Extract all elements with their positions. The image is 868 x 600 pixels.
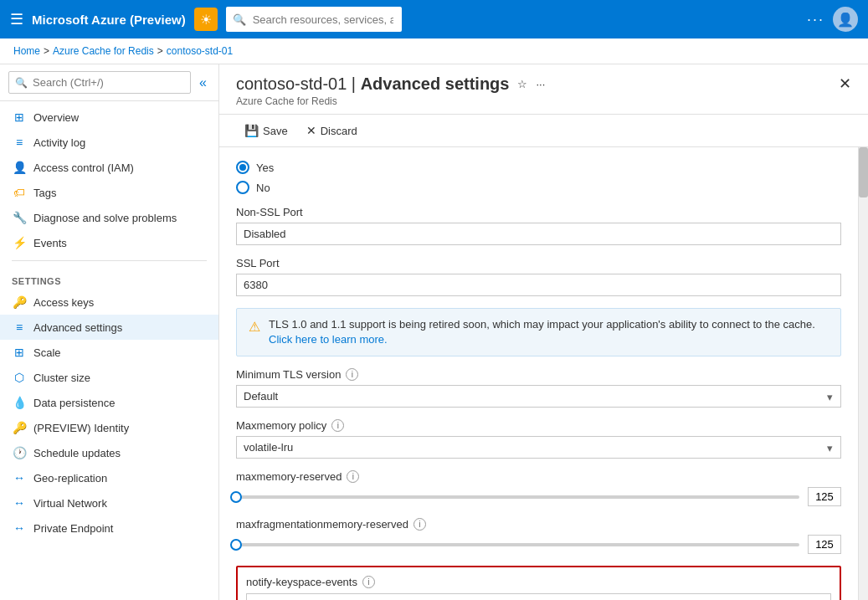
ssl-port-label: SSL Port: [236, 257, 841, 269]
sidebar-item-label: Activity log: [33, 136, 85, 149]
sidebar-item-virtual-network[interactable]: ↔ Virtual Network: [0, 490, 218, 515]
data-persistence-icon: 💧: [12, 396, 27, 409]
sidebar-item-access-keys[interactable]: 🔑 Access keys: [0, 290, 218, 315]
identity-icon: 🔑: [12, 421, 27, 434]
sidebar-item-label: Cluster size: [33, 372, 90, 384]
min-tls-info-icon[interactable]: i: [346, 368, 358, 381]
favorite-icon[interactable]: ☆: [517, 78, 527, 90]
access-keys-icon: 🔑: [12, 295, 27, 309]
sidebar-collapse-btn[interactable]: «: [196, 74, 210, 92]
right-scrollbar[interactable]: [858, 147, 868, 600]
notify-keyspace-label: notify-keyspace-events i: [246, 576, 831, 588]
maxmemory-reserved-info-icon[interactable]: i: [347, 470, 359, 483]
breadcrumb-sep2: >: [157, 45, 163, 57]
maxmemory-reserved-track: [236, 495, 799, 499]
sidebar-item-cluster-size[interactable]: ⬡ Cluster size: [0, 365, 218, 390]
maxmemory-reserved-label: maxmemory-reserved i: [236, 470, 841, 483]
breadcrumb-resource[interactable]: contoso-std-01: [167, 45, 233, 57]
settings-section-label: Settings: [0, 266, 218, 290]
sidebar-item-private-endpoint[interactable]: ↔ Private Endpoint: [0, 515, 218, 541]
maxfragmentation-info-icon[interactable]: i: [413, 518, 426, 531]
sidebar-item-scale[interactable]: ⊞ Scale: [0, 340, 218, 365]
maxfragmentation-label: maxfragmentationmemory-reserved i: [236, 518, 841, 531]
global-search-input[interactable]: [226, 7, 402, 32]
ssl-port-input[interactable]: [236, 274, 841, 296]
scale-icon: ⊞: [12, 346, 27, 359]
breadcrumb-home[interactable]: Home: [13, 45, 40, 57]
sidebar-item-access-control[interactable]: 👤 Access control (IAM): [0, 155, 218, 180]
panel-section-title: Advanced settings: [361, 74, 510, 93]
panel-title-row: contoso-std-01 | Advanced settings ☆ ···: [236, 74, 545, 94]
maxmemory-reserved-value-input[interactable]: [808, 487, 841, 506]
avatar[interactable]: 👤: [833, 7, 858, 32]
user-icon: 👤: [837, 12, 854, 28]
maxfragmentation-fill: [236, 543, 788, 546]
radio-no[interactable]: No: [236, 181, 841, 194]
sidebar-item-label: Access control (IAM): [33, 162, 134, 174]
sidebar-item-advanced-settings[interactable]: ≡ Advanced settings: [0, 315, 218, 340]
advanced-settings-icon: ≡: [12, 321, 27, 334]
discard-icon: ✕: [306, 124, 316, 137]
sidebar-item-label: Overview: [33, 111, 79, 124]
sidebar-item-label: Virtual Network: [33, 497, 107, 510]
maxfragmentation-thumb[interactable]: [230, 539, 242, 551]
maxfragmentation-value-input[interactable]: [808, 535, 841, 554]
non-ssl-port-input[interactable]: [236, 223, 841, 245]
overview-icon: ⊞: [12, 110, 27, 124]
maxmemory-reserved-fill: [236, 495, 788, 499]
close-button[interactable]: ✕: [839, 74, 851, 93]
min-tls-label: Minimum TLS version i: [236, 368, 841, 381]
diagnose-icon: 🔧: [12, 211, 27, 224]
sidebar-search-input[interactable]: [8, 71, 191, 94]
cluster-size-icon: ⬡: [12, 371, 27, 384]
sidebar-item-overview[interactable]: ⊞ Overview: [0, 105, 218, 130]
min-tls-group: Minimum TLS version i Default ▾: [236, 368, 841, 408]
global-search-wrap: 🔍: [226, 7, 508, 32]
page-title: contoso-std-01 | Advanced settings: [236, 74, 509, 94]
more-options-icon[interactable]: ···: [807, 11, 824, 28]
sidebar-search-icon: 🔍: [15, 77, 28, 89]
sidebar-item-tags[interactable]: 🏷 Tags: [0, 180, 218, 205]
tls-learn-more-link[interactable]: Click here to learn more.: [269, 333, 388, 346]
maxmemory-policy-info-icon[interactable]: i: [331, 419, 344, 432]
min-tls-select-wrap: Default ▾: [236, 385, 841, 408]
sidebar-item-label: Access keys: [33, 296, 94, 309]
notify-keyspace-box: notify-keyspace-events i: [236, 566, 841, 600]
non-ssl-port-group: Non-SSL Port: [236, 206, 841, 245]
sidebar-item-identity[interactable]: 🔑 (PREVIEW) Identity: [0, 415, 218, 440]
breadcrumb-cache[interactable]: Azure Cache for Redis: [53, 45, 154, 57]
sidebar-item-diagnose[interactable]: 🔧 Diagnose and solve problems: [0, 205, 218, 230]
maxmemory-policy-select-wrap: volatile-lru ▾: [236, 436, 841, 459]
maxmemory-policy-select[interactable]: volatile-lru: [236, 436, 841, 459]
sidebar-item-events[interactable]: ⚡ Events: [0, 230, 218, 255]
hamburger-icon[interactable]: ☰: [10, 10, 23, 28]
sidebar-item-schedule-updates[interactable]: 🕐 Schedule updates: [0, 440, 218, 465]
sidebar-item-geo-replication[interactable]: ↔ Geo-replication: [0, 465, 218, 490]
yes-no-radio-group: Yes No: [236, 161, 841, 194]
radio-no-circle: [236, 181, 249, 194]
save-button[interactable]: 💾 Save: [236, 120, 296, 141]
content-area: contoso-std-01 | Advanced settings ☆ ···…: [219, 64, 868, 600]
radio-yes-circle: [236, 161, 249, 174]
scrollbar-thumb: [859, 147, 868, 197]
notify-keyspace-input[interactable]: [246, 593, 831, 600]
tls-warning-box: ⚠ TLS 1.0 and 1.1 support is being retir…: [236, 308, 841, 356]
maxmemory-reserved-thumb[interactable]: [230, 491, 242, 503]
sidebar-item-activity-log[interactable]: ≡ Activity log: [0, 130, 218, 155]
breadcrumb: Home > Azure Cache for Redis > contoso-s…: [0, 38, 868, 64]
sidebar-item-data-persistence[interactable]: 💧 Data persistence: [0, 390, 218, 415]
sidebar-item-label: Scale: [33, 346, 61, 359]
app-icon-box: ☀: [194, 8, 218, 31]
non-ssl-port-label: Non-SSL Port: [236, 206, 841, 218]
sidebar: 🔍 « ⊞ Overview ≡ Activity log 👤 Access c…: [0, 64, 219, 600]
min-tls-select[interactable]: Default: [236, 385, 841, 408]
panel-more-icon[interactable]: ···: [536, 78, 545, 90]
activity-log-icon: ≡: [12, 136, 27, 149]
notify-keyspace-info-icon[interactable]: i: [362, 576, 375, 588]
radio-yes[interactable]: Yes: [236, 161, 841, 174]
sidebar-nav: ⊞ Overview ≡ Activity log 👤 Access contr…: [0, 101, 218, 544]
maxfragmentation-group: maxfragmentationmemory-reserved i: [236, 518, 841, 554]
discard-button[interactable]: ✕ Discard: [298, 120, 366, 141]
scroll-content: Yes No Non-SSL Port SSL Port: [219, 147, 858, 600]
access-control-icon: 👤: [12, 161, 27, 174]
